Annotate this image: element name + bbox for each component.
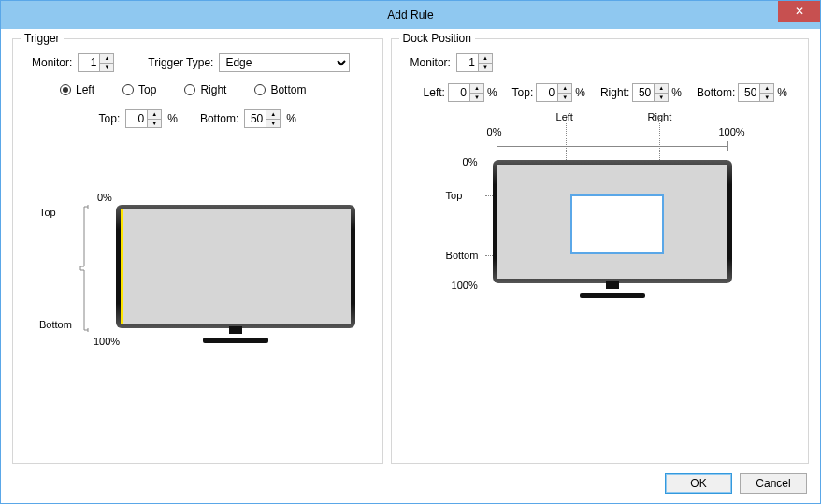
dock-bottom-input[interactable]	[739, 84, 759, 101]
dock-bottom-spinner[interactable]: ▲▼	[738, 83, 774, 102]
trigger-panel: Trigger Monitor: ▲▼ Trigger Type: Edge L…	[12, 38, 383, 464]
trigger-diagram: 0% Top Bottom 100%	[22, 137, 373, 454]
dock-monitor-input[interactable]	[457, 54, 478, 71]
trigger-bottom-label: Bottom:	[200, 112, 238, 125]
dock-right-input[interactable]	[633, 84, 654, 101]
monitor-icon	[493, 160, 732, 298]
edge-radio-right[interactable]: Right	[184, 83, 226, 96]
dock-right-spinner[interactable]: ▲▼	[632, 83, 669, 102]
spin-up-icon[interactable]: ▲	[100, 54, 113, 64]
dock-monitor-label: Monitor:	[410, 56, 451, 69]
trigger-top-label: Top:	[99, 112, 121, 125]
dialog-footer: OK Cancel	[1, 464, 820, 503]
pct-label: %	[286, 112, 296, 125]
trigger-bottom-input[interactable]	[245, 110, 266, 127]
dock-rect	[570, 194, 664, 254]
spin-up-icon[interactable]: ▲	[655, 84, 668, 94]
trigger-top-marker: Top	[39, 207, 56, 218]
dock-top-marker: Top	[446, 190, 463, 201]
edge-radio-top[interactable]: Top	[122, 83, 156, 96]
pct-label: %	[487, 86, 497, 99]
dock-100pct-h: 100%	[718, 126, 744, 137]
spin-up-icon[interactable]: ▲	[760, 84, 773, 94]
spin-up-icon[interactable]: ▲	[148, 110, 161, 120]
dock-monitor-spinner[interactable]: ▲▼	[456, 53, 493, 72]
trigger-legend: Trigger	[21, 32, 64, 45]
dock-legend: Dock Position	[399, 32, 475, 45]
trigger-type-select[interactable]: Edge	[219, 53, 350, 72]
trigger-monitor-input[interactable]	[79, 54, 99, 71]
dock-left-label: Left:	[424, 86, 445, 99]
pct-label: %	[167, 112, 178, 125]
cancel-button[interactable]: Cancel	[740, 473, 807, 494]
dock-left-input[interactable]	[449, 84, 469, 101]
spin-down-icon[interactable]: ▼	[655, 94, 668, 102]
dock-bottom-marker: Bottom	[446, 250, 479, 261]
trigger-top-input[interactable]	[126, 110, 147, 127]
close-icon: ✕	[795, 5, 804, 18]
trigger-monitor-spinner[interactable]: ▲▼	[78, 53, 114, 72]
monitor-icon	[116, 205, 355, 343]
dock-bottom-label: Bottom:	[697, 86, 735, 99]
window-title: Add Rule	[387, 8, 433, 22]
edge-highlight	[121, 209, 123, 324]
dock-0pct-h: 0%	[487, 126, 502, 137]
spin-down-icon[interactable]: ▼	[266, 120, 280, 128]
pct-label: %	[671, 86, 682, 99]
trigger-type-label: Trigger Type:	[148, 56, 213, 69]
brace-icon	[77, 205, 90, 332]
dock-left-spinner[interactable]: ▲▼	[448, 83, 484, 102]
dock-top-input[interactable]	[537, 84, 557, 101]
trigger-bottom-marker: Bottom	[39, 319, 72, 330]
spin-down-icon[interactable]: ▼	[100, 64, 113, 72]
hruler-icon: 0% 100%	[491, 139, 734, 152]
spin-up-icon[interactable]: ▲	[266, 110, 280, 120]
edge-radio-bottom[interactable]: Bottom	[254, 83, 306, 96]
spin-down-icon[interactable]: ▼	[148, 120, 161, 128]
dock-top-spinner[interactable]: ▲▼	[536, 83, 572, 102]
spin-up-icon[interactable]: ▲	[558, 84, 571, 94]
dock-0pct-v: 0%	[463, 156, 478, 167]
dock-top-label: Top:	[512, 86, 534, 99]
dock-100pct-v: 100%	[452, 280, 478, 291]
window: Add Rule ✕ Trigger Monitor: ▲▼ Trigger T…	[0, 0, 821, 504]
pct-label: %	[575, 86, 585, 99]
trigger-top-spinner[interactable]: ▲▼	[125, 109, 162, 128]
dock-right-label: Right:	[600, 86, 629, 99]
ok-button[interactable]: OK	[665, 473, 732, 494]
content-area: Trigger Monitor: ▲▼ Trigger Type: Edge L…	[1, 29, 820, 464]
spin-down-icon[interactable]: ▼	[479, 64, 492, 72]
dock-diagram: Left Right 0% 100% 0% 100% Top Bottom	[401, 102, 799, 454]
edge-radio-left[interactable]: Left	[60, 83, 94, 96]
spin-up-icon[interactable]: ▲	[479, 54, 492, 64]
edge-radio-group: Left Top Right Bottom	[22, 83, 373, 96]
close-button[interactable]: ✕	[778, 1, 820, 22]
trigger-bottom-spinner[interactable]: ▲▼	[244, 109, 281, 128]
dock-panel: Dock Position Monitor: ▲▼ Left: ▲▼ %	[391, 38, 809, 464]
spin-up-icon[interactable]: ▲	[470, 84, 483, 94]
trigger-0pct-label: 0%	[97, 192, 112, 203]
trigger-monitor-label: Monitor:	[32, 56, 72, 69]
spin-down-icon[interactable]: ▼	[760, 94, 773, 102]
spin-down-icon[interactable]: ▼	[470, 94, 483, 102]
pct-label: %	[777, 86, 787, 99]
titlebar: Add Rule ✕	[1, 1, 820, 29]
spin-down-icon[interactable]: ▼	[558, 94, 571, 102]
